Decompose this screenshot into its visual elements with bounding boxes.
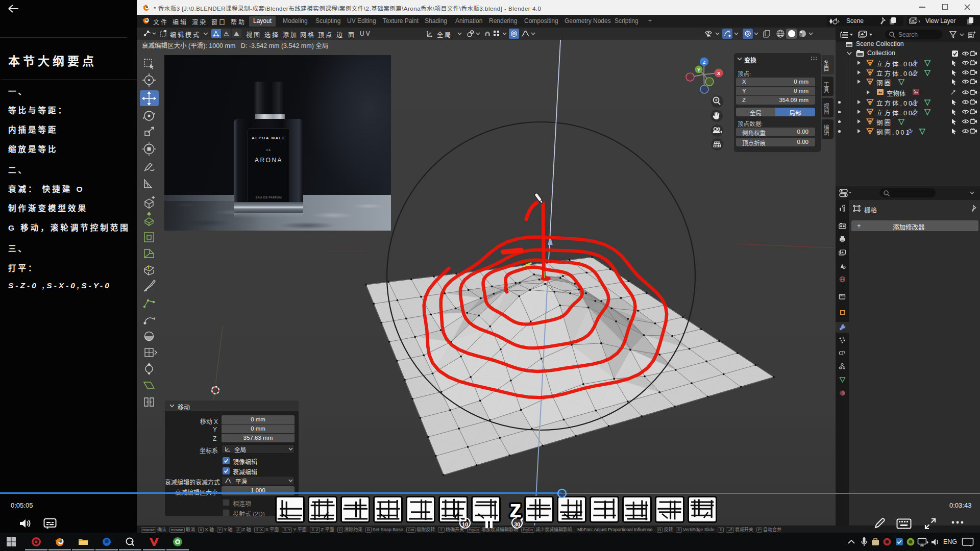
svg-text:30: 30 (514, 521, 520, 528)
svg-text:10: 10 (462, 521, 468, 528)
